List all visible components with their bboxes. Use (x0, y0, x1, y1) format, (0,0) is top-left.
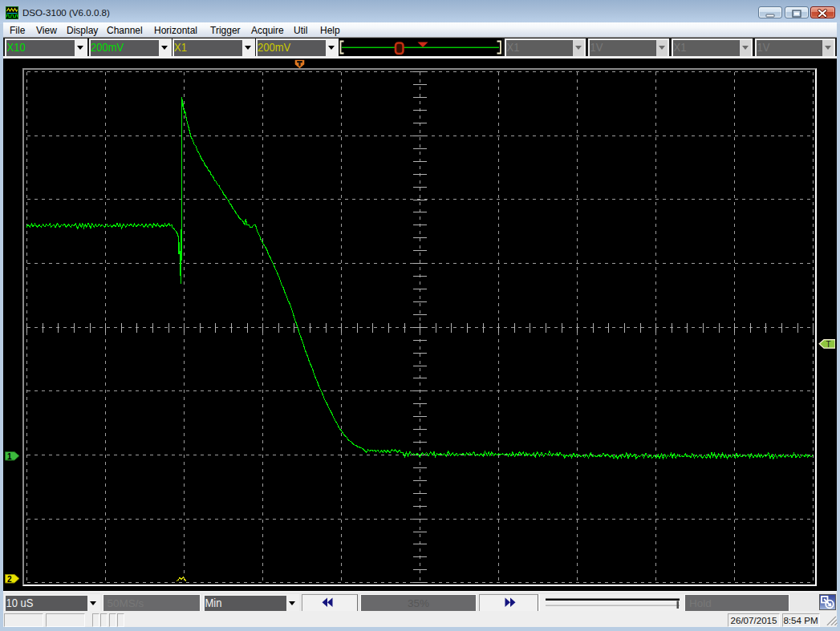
svg-text:T: T (826, 340, 831, 349)
svg-text:1: 1 (7, 452, 12, 461)
svg-text:2: 2 (7, 575, 12, 584)
